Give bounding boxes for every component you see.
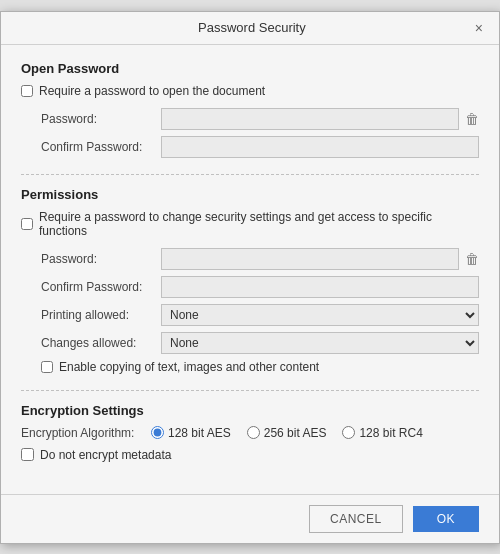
dialog-footer: CANCEL OK [1,494,499,543]
open-password-require-label: Require a password to open the document [39,84,265,98]
permissions-require-checkbox[interactable] [21,218,33,230]
open-confirm-password-field-row: Confirm Password: [21,136,479,158]
changes-allowed-row: Changes allowed: None Inserting, deletin… [21,332,479,354]
printing-allowed-row: Printing allowed: None Low Resolution Hi… [21,304,479,326]
divider-1 [21,174,479,175]
do-not-encrypt-checkbox[interactable] [21,448,34,461]
permissions-section: Permissions Require a password to change… [21,187,479,374]
permissions-confirm-label: Confirm Password: [41,280,161,294]
radio-256aes-label: 256 bit AES [264,426,327,440]
permissions-password-label: Password: [41,252,161,266]
permissions-require-row: Require a password to change security se… [21,210,479,238]
open-password-field-row: Password: 🗑 [21,108,479,130]
permissions-title: Permissions [21,187,479,202]
password-security-dialog: Password Security × Open Password Requir… [0,11,500,544]
permissions-confirm-field-row: Confirm Password: [21,276,479,298]
open-confirm-password-label: Confirm Password: [41,140,161,154]
radio-256aes[interactable] [247,426,260,439]
ok-button[interactable]: OK [413,506,479,532]
do-not-encrypt-row: Do not encrypt metadata [21,448,479,462]
title-bar: Password Security × [1,12,499,45]
dialog-body: Open Password Require a password to open… [1,45,499,494]
encryption-section: Encryption Settings Encryption Algorithm… [21,403,479,462]
printing-allowed-select[interactable]: None Low Resolution High Resolution [161,304,479,326]
permissions-password-delete-icon[interactable]: 🗑 [465,251,479,267]
open-password-title: Open Password [21,61,479,76]
enable-copying-label: Enable copying of text, images and other… [59,360,319,374]
radio-128aes-label: 128 bit AES [168,426,231,440]
radio-item-128rc4[interactable]: 128 bit RC4 [342,426,422,440]
permissions-confirm-input[interactable] [161,276,479,298]
changes-allowed-label: Changes allowed: [41,336,161,350]
do-not-encrypt-label: Do not encrypt metadata [40,448,171,462]
permissions-fields: Password: 🗑 Confirm Password: Printing a… [21,248,479,374]
enable-copying-checkbox[interactable] [41,361,53,373]
radio-128aes[interactable] [151,426,164,439]
open-password-label: Password: [41,112,161,126]
divider-2 [21,390,479,391]
enable-copying-row: Enable copying of text, images and other… [21,360,479,374]
encryption-title: Encryption Settings [21,403,479,418]
changes-allowed-select[interactable]: None Inserting, deleting, and rotating p… [161,332,479,354]
close-button[interactable]: × [471,20,487,36]
radio-128rc4-label: 128 bit RC4 [359,426,422,440]
permissions-require-label: Require a password to change security se… [39,210,479,238]
dialog-title: Password Security [33,20,471,35]
encryption-algorithm-row: Encryption Algorithm: 128 bit AES 256 bi… [21,426,479,440]
radio-128rc4[interactable] [342,426,355,439]
printing-allowed-label: Printing allowed: [41,308,161,322]
open-password-input[interactable] [161,108,459,130]
encryption-algorithm-label: Encryption Algorithm: [21,426,151,440]
open-password-delete-icon[interactable]: 🗑 [465,111,479,127]
open-password-require-row: Require a password to open the document [21,84,479,98]
open-confirm-password-input[interactable] [161,136,479,158]
permissions-password-input[interactable] [161,248,459,270]
cancel-button[interactable]: CANCEL [309,505,403,533]
radio-item-128aes[interactable]: 128 bit AES [151,426,231,440]
open-password-require-checkbox[interactable] [21,85,33,97]
permissions-password-field-row: Password: 🗑 [21,248,479,270]
encryption-radio-group: 128 bit AES 256 bit AES 128 bit RC4 [151,426,423,440]
radio-item-256aes[interactable]: 256 bit AES [247,426,327,440]
open-password-section: Open Password Require a password to open… [21,61,479,158]
